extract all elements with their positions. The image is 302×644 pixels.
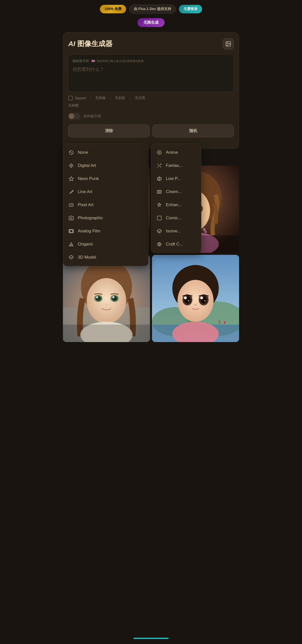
style-low-poly-label: Low P... xyxy=(166,176,181,181)
svg-point-61 xyxy=(71,165,72,166)
svg-rect-45 xyxy=(224,321,225,324)
style-analog-film-label: Analog Film xyxy=(78,229,100,234)
svg-point-36 xyxy=(96,296,98,298)
image-upload-button[interactable] xyxy=(223,38,234,49)
craft-icon xyxy=(156,241,162,247)
prompt-input[interactable] xyxy=(72,66,230,86)
style-option-digital-art[interactable]: Digital Art xyxy=(63,159,148,172)
film-icon xyxy=(68,228,74,234)
options-row-1: Square | 无风格 | 无色彩 | 无光照 xyxy=(68,96,234,100)
svg-point-37 xyxy=(112,296,115,298)
badge-unlimited[interactable]: 无限生成 xyxy=(137,18,165,27)
spacer xyxy=(58,342,244,544)
style-photographic-label: Photographic xyxy=(78,216,103,221)
svg-point-79 xyxy=(160,167,161,167)
svg-rect-70 xyxy=(73,232,73,232)
svg-rect-69 xyxy=(73,230,73,231)
style-dropdown-left[interactable]: None Digital Art Neon Punk xyxy=(63,144,148,266)
svg-marker-72 xyxy=(69,255,73,258)
style-3d-model-label: 3D Model xyxy=(78,255,96,260)
square-label: Square xyxy=(75,96,86,100)
game-icon xyxy=(68,202,74,208)
svg-point-78 xyxy=(158,164,158,165)
cube-icon xyxy=(156,176,162,182)
toggle-row: 反向提示词 xyxy=(68,113,234,119)
language-hint: 🇬🇧 请使用英文输入提示词以获取最佳效果 xyxy=(91,59,144,63)
style-option-craft[interactable]: Craft C... xyxy=(151,238,201,251)
generated-image-4[interactable] xyxy=(152,255,239,342)
film-strip-icon xyxy=(156,189,162,195)
svg-rect-44 xyxy=(219,320,220,324)
toggle-label: 反向提示词 xyxy=(83,114,101,118)
style-option-fantasy[interactable]: Fantas... xyxy=(151,159,201,172)
style-option-low-poly[interactable]: Low P... xyxy=(151,172,201,185)
style-origami-label: Origami xyxy=(78,242,93,247)
random-button[interactable]: 随机 xyxy=(153,125,234,137)
style-option-cinematic[interactable]: Cinem... xyxy=(151,185,201,198)
composition-option[interactable]: 无构图 xyxy=(68,103,79,108)
style-option-pixel-art[interactable]: Pixel Art xyxy=(63,198,148,211)
svg-point-26 xyxy=(205,231,207,233)
square-option[interactable]: Square xyxy=(68,96,86,100)
image-svg-4 xyxy=(152,255,239,342)
star-icon xyxy=(68,176,74,182)
unlimited-badge-row: 无限生成 xyxy=(58,18,244,27)
style-option-analog-film[interactable]: Analog Film xyxy=(63,225,148,238)
style-option[interactable]: 无风格 xyxy=(95,96,106,100)
scroll-indicator xyxy=(133,638,169,639)
badge-no-login: 无需登录 xyxy=(179,5,202,13)
image-icon xyxy=(225,41,231,47)
style-option-line-art[interactable]: Line Art xyxy=(63,185,148,198)
reverse-prompt-toggle[interactable] xyxy=(68,113,80,119)
svg-rect-67 xyxy=(69,230,70,231)
prompt-label-row: 描述提示词 🇬🇧 请使用英文输入提示词以获取最佳效果 xyxy=(72,59,230,63)
style-dropdown-right[interactable]: Anime Fantas... xyxy=(151,144,201,253)
style-isometric-label: Isome... xyxy=(166,229,181,234)
camera-icon xyxy=(68,215,74,221)
svg-rect-39 xyxy=(63,325,150,342)
badge-powered: 由 Flux.1 Dev 提供支持 xyxy=(129,5,176,14)
wand-icon xyxy=(156,163,162,169)
enhance-icon xyxy=(156,202,162,208)
svg-point-53 xyxy=(184,296,187,299)
prompt-section: 描述提示词 🇬🇧 请使用英文输入提示词以获取最佳效果 xyxy=(68,54,234,92)
main-card: AI 图像生成器 描述提示词 🇬🇧 请使用英文输入提示词以获取最佳效果 Squa… xyxy=(63,32,239,149)
style-option-isometric[interactable]: Isome... xyxy=(151,225,201,238)
svg-line-93 xyxy=(157,232,159,233)
style-option-photographic[interactable]: Photographic xyxy=(63,211,148,225)
light-option[interactable]: 无光照 xyxy=(135,96,145,100)
svg-rect-68 xyxy=(69,232,70,232)
style-pixel-art-label: Pixel Art xyxy=(78,202,93,207)
svg-point-76 xyxy=(159,152,160,153)
circle-slash-icon xyxy=(68,149,74,156)
style-neon-punk-label: Neon Punk xyxy=(78,176,99,181)
top-badges-row: 100% 免费 由 Flux.1 Dev 提供支持 无需登录 xyxy=(58,0,244,16)
svg-point-25 xyxy=(203,228,206,231)
style-option-comic[interactable]: Comic... xyxy=(151,211,201,225)
svg-rect-71 xyxy=(70,230,72,232)
generated-image-3[interactable] xyxy=(63,255,150,342)
style-option-none[interactable]: None xyxy=(63,146,148,159)
style-digital-art-label: Digital Art xyxy=(78,163,96,168)
card-header: AI 图像生成器 xyxy=(68,38,234,49)
svg-point-1 xyxy=(227,43,228,43)
style-option-origami[interactable]: Origami xyxy=(63,238,148,251)
style-option-anime[interactable]: Anime xyxy=(151,146,201,159)
style-option-enhance[interactable]: Enhan... xyxy=(151,198,201,211)
svg-point-54 xyxy=(200,296,203,299)
style-line-art-label: Line Art xyxy=(78,189,92,194)
toggle-knob xyxy=(69,113,74,119)
svg-marker-89 xyxy=(157,229,161,232)
svg-point-56 xyxy=(204,300,206,301)
svg-point-62 xyxy=(72,190,73,191)
page-title: AI 图像生成器 xyxy=(68,39,112,49)
badge-free[interactable]: 100% 免费 xyxy=(100,5,126,13)
svg-point-65 xyxy=(70,218,72,219)
clear-button[interactable]: 清除 xyxy=(68,125,149,137)
square-checkbox[interactable] xyxy=(68,96,73,100)
style-fantasy-label: Fantas... xyxy=(166,163,182,168)
color-option[interactable]: 无色彩 xyxy=(115,96,125,100)
style-option-neon-punk[interactable]: Neon Punk xyxy=(63,172,148,185)
pen-icon xyxy=(68,189,74,195)
style-option-3d-model[interactable]: 3D Model xyxy=(63,251,148,264)
